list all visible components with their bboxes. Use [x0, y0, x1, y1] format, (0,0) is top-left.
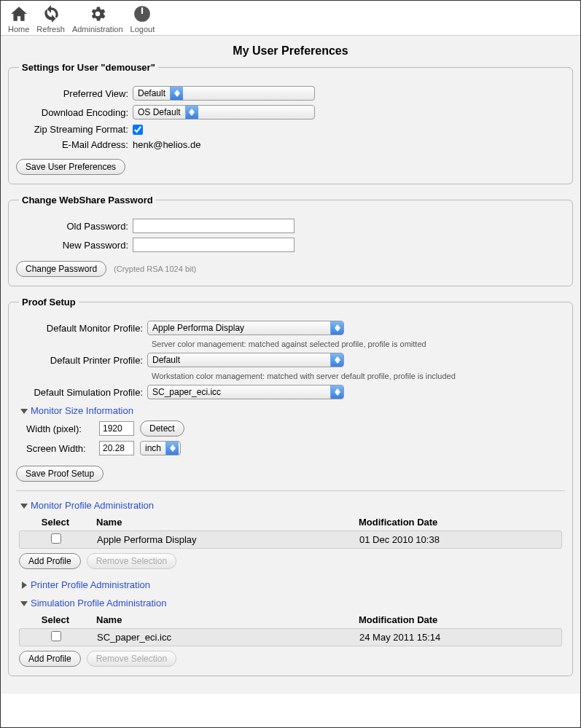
screen-width-unit-select[interactable]: inch: [140, 441, 181, 455]
detect-button[interactable]: Detect: [140, 420, 184, 437]
email-label: E-Mail Address:: [16, 139, 133, 150]
preferred-view-select[interactable]: Default: [133, 86, 315, 101]
download-encoding-value: OS Default: [133, 107, 185, 117]
administration-button[interactable]: Administration: [69, 4, 126, 34]
simulation-profile-value: SC_paper_eci.icc: [148, 387, 330, 397]
printer-profile-help: Workstation color management: matched wi…: [152, 372, 565, 380]
triangle-down-icon: [20, 600, 28, 607]
logout-label: Logout: [130, 25, 155, 34]
monitor-profile-value: Apple Performa Display: [148, 323, 330, 333]
chevron-updown-icon: [330, 353, 343, 367]
screen-width-input[interactable]: [99, 441, 134, 455]
table-row: SC_paper_eci.icc 24 May 2011 15:14: [19, 628, 562, 646]
monitor-admin-table: Select Name Modification Date Apple Perf…: [19, 514, 562, 569]
row-date: 01 Dec 2010 10:38: [355, 534, 561, 545]
toolbar: Home Refresh Administration Logout: [1, 1, 580, 36]
printer-profile-select[interactable]: Default: [147, 353, 344, 367]
proof-legend: Proof Setup: [19, 297, 79, 308]
add-profile-button[interactable]: Add Profile: [19, 553, 81, 569]
triangle-down-icon: [20, 407, 28, 415]
new-password-input[interactable]: [133, 238, 295, 252]
simulation-profile-select[interactable]: SC_paper_eci.icc: [147, 385, 344, 399]
monitor-profile-select[interactable]: Apple Performa Display: [147, 321, 344, 335]
col-select-header: Select: [19, 517, 92, 528]
refresh-label: Refresh: [36, 25, 65, 34]
remove-selection-button[interactable]: Remove Selection: [87, 553, 176, 569]
refresh-button[interactable]: Refresh: [34, 4, 68, 34]
settings-fieldset: Settings for User "demouser" Preferred V…: [8, 62, 573, 184]
monitor-size-title: Monitor Size Information: [31, 405, 133, 416]
refresh-icon: [41, 4, 61, 24]
new-password-label: New Password:: [16, 240, 133, 251]
monitor-admin-disclosure[interactable]: Monitor Profile Administration: [20, 500, 565, 511]
svg-rect-1: [141, 7, 143, 14]
monitor-size-group: Width (pixel): Detect Screen Width: inch: [26, 420, 565, 455]
monitor-profile-help: Server color management: matched against…: [152, 340, 565, 348]
col-name-header: Name: [92, 517, 354, 528]
monitor-profile-row: Default Monitor Profile: Apple Performa …: [16, 321, 565, 335]
email-row: E-Mail Address: henk@helios.de: [16, 139, 565, 150]
change-password-button[interactable]: Change Password: [16, 261, 106, 277]
administration-label: Administration: [72, 25, 123, 34]
row-name: Apple Performa Display: [93, 534, 355, 545]
zip-streaming-label: Zip Streaming Format:: [16, 124, 133, 135]
monitor-admin-title: Monitor Profile Administration: [31, 500, 154, 511]
printer-profile-value: Default: [148, 355, 330, 365]
simulation-admin-table: Select Name Modification Date SC_paper_e…: [19, 611, 562, 667]
chevron-updown-icon: [330, 321, 343, 334]
zip-streaming-checkbox[interactable]: [133, 125, 143, 135]
width-pixel-label: Width (pixel):: [26, 423, 99, 434]
settings-legend: Settings for User "demouser": [19, 62, 158, 73]
row-name: SC_paper_eci.icc: [93, 632, 355, 643]
download-encoding-select[interactable]: OS Default: [133, 105, 315, 120]
zip-streaming-row: Zip Streaming Format:: [16, 124, 565, 135]
simulation-admin-disclosure[interactable]: Simulation Profile Administration: [20, 598, 565, 608]
triangle-right-icon: [20, 582, 28, 589]
printer-admin-disclosure[interactable]: Printer Profile Administration: [20, 579, 565, 590]
col-date-header: Modification Date: [354, 614, 562, 625]
add-profile-button[interactable]: Add Profile: [19, 651, 81, 667]
new-password-row: New Password:: [16, 238, 565, 252]
gear-icon: [87, 4, 108, 24]
preferred-view-value: Default: [133, 88, 170, 98]
proof-fieldset: Proof Setup Default Monitor Profile: App…: [8, 297, 573, 676]
home-icon: [9, 4, 29, 24]
home-button[interactable]: Home: [5, 4, 32, 34]
chevron-updown-icon: [330, 385, 343, 399]
simulation-admin-title: Simulation Profile Administration: [31, 598, 166, 608]
row-date: 24 May 2011 15:14: [355, 632, 561, 643]
download-encoding-label: Download Encoding:: [16, 107, 133, 118]
printer-admin-title: Printer Profile Administration: [31, 579, 150, 590]
encryption-note: (Crypted RSA 1024 bit): [114, 265, 196, 273]
screen-width-unit-value: inch: [141, 443, 165, 453]
old-password-label: Old Password:: [16, 221, 133, 232]
logout-button[interactable]: Logout: [128, 4, 158, 34]
old-password-input[interactable]: [133, 219, 295, 233]
printer-profile-row: Default Printer Profile: Default: [16, 353, 565, 367]
save-user-preferences-button[interactable]: Save User Preferences: [16, 159, 125, 175]
logout-icon: [132, 4, 152, 24]
monitor-size-disclosure[interactable]: Monitor Size Information: [20, 405, 565, 416]
old-password-row: Old Password:: [16, 219, 565, 233]
table-row: Apple Performa Display 01 Dec 2010 10:38: [19, 531, 562, 549]
col-date-header: Modification Date: [354, 517, 562, 528]
email-value: henk@helios.de: [133, 139, 200, 150]
chevron-updown-icon: [185, 106, 198, 119]
remove-selection-button[interactable]: Remove Selection: [87, 651, 176, 667]
chevron-updown-icon: [165, 442, 179, 455]
download-encoding-row: Download Encoding: OS Default: [16, 105, 565, 120]
printer-profile-label: Default Printer Profile:: [16, 355, 147, 366]
screen-width-label: Screen Width:: [26, 443, 99, 454]
simulation-profile-row: Default Simulation Profile: SC_paper_eci…: [16, 385, 565, 399]
preferred-view-row: Preferred View: Default: [16, 86, 565, 101]
row-select-checkbox[interactable]: [51, 631, 61, 641]
monitor-profile-label: Default Monitor Profile:: [16, 323, 147, 334]
col-select-header: Select: [19, 614, 92, 625]
col-name-header: Name: [92, 614, 354, 625]
password-legend: Change WebShare Password: [19, 195, 156, 206]
home-label: Home: [8, 25, 29, 34]
simulation-profile-label: Default Simulation Profile:: [16, 387, 147, 398]
save-proof-setup-button[interactable]: Save Proof Setup: [16, 466, 104, 482]
row-select-checkbox[interactable]: [51, 533, 61, 544]
width-pixel-input[interactable]: [99, 421, 134, 436]
